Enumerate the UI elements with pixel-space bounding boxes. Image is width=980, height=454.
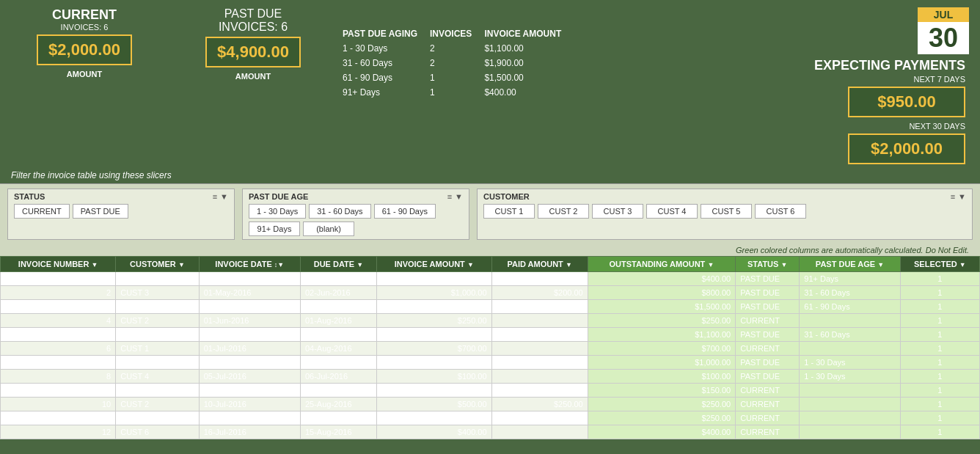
- customer-slicer-btn[interactable]: CUST 1: [483, 204, 535, 219]
- table-row: 9 CUST 5 07-Jul-2016 15-Aug-2016 $150.00…: [1, 383, 980, 397]
- current-invoices: INVOICES: 6: [18, 23, 150, 32]
- table-row: 11 CUST 5 15-Jul-2016 12-Aug-2016 $250.0…: [1, 411, 980, 425]
- outstanding-filter-icon[interactable]: ▼: [707, 261, 714, 268]
- past-due-age-filter-icon[interactable]: ▼: [877, 261, 884, 268]
- main-container: CURRENT INVOICES: 6 $2,000.00 AMOUNT PAS…: [0, 0, 980, 439]
- cell-past-due-age: [800, 397, 900, 411]
- status-slicer-btn[interactable]: CURRENT: [14, 204, 70, 219]
- aging-row: 1 - 30 Days 2 $1,100.00: [343, 42, 572, 55]
- cell-past-due-age: [800, 313, 900, 327]
- aging-table: PAST DUE AGING INVOICES INVOICE AMOUNT 1…: [341, 26, 574, 100]
- cell-customer: CUST 5: [116, 383, 199, 397]
- th-invoice-date[interactable]: INVOICE DATE ↕▼: [199, 256, 300, 271]
- past-due-title: PAST DUE: [187, 7, 319, 21]
- aging-section: PAST DUE AGING INVOICES INVOICE AMOUNT 1…: [326, 7, 749, 100]
- current-amount-label: AMOUNT: [18, 70, 150, 78]
- customer-slicer-btn[interactable]: CUST 2: [538, 204, 589, 219]
- customer-filter-icon[interactable]: ≡: [951, 192, 955, 201]
- cell-invoice-number: 4: [1, 313, 116, 327]
- table-row: 6 CUST 1 01-Jul-2016 04-Aug-2016 $700.00…: [1, 341, 980, 355]
- cell-past-due-age: [800, 411, 900, 425]
- cell-due-date: 05-Jun-2016: [300, 327, 376, 341]
- cell-due-date: 04-Aug-2016: [300, 341, 376, 355]
- slicers-row: STATUS ≡ ▼ CURRENTPAST DUE PAST DUE AGE …: [0, 183, 980, 244]
- status-slicer-header: STATUS ≡ ▼: [14, 192, 228, 201]
- cell-status: CURRENT: [736, 425, 800, 439]
- aging-invoices: 1: [430, 71, 483, 84]
- customer-slicer-title: CUSTOMER: [483, 192, 530, 201]
- cell-past-due-age: [800, 383, 900, 397]
- customer-clear-icon[interactable]: ▼: [958, 192, 966, 201]
- customer-slicer-btn[interactable]: CUST 4: [646, 204, 698, 219]
- next30-amount: $2,000.00: [858, 139, 955, 158]
- selected-filter-icon[interactable]: ▼: [959, 261, 966, 268]
- cell-due-date: 15-Aug-2016: [300, 425, 376, 439]
- age-slicer-btn[interactable]: 31 - 60 Days: [309, 204, 370, 219]
- age-slicer-btn[interactable]: 91+ Days: [249, 221, 300, 236]
- cell-outstanding: $250.00: [588, 411, 735, 425]
- customer-slicer-btn[interactable]: CUST 6: [755, 204, 806, 219]
- th-outstanding-amount[interactable]: OUTSTANDING AMOUNT ▼: [588, 256, 735, 271]
- cell-invoice-number: 12: [1, 425, 116, 439]
- cell-outstanding: $250.00: [588, 397, 735, 411]
- customer-col-filter-icon[interactable]: ▼: [178, 261, 185, 268]
- th-invoice-amount[interactable]: INVOICE AMOUNT ▼: [376, 256, 491, 271]
- table-row: 12 CUST 6 16-Jul-2016 15-Aug-2016 $400.0…: [1, 425, 980, 439]
- current-amount-box: $2,000.00: [37, 34, 132, 65]
- cell-customer: CUST 1: [116, 327, 199, 341]
- cell-invoice-date: 01-Jul-2016: [199, 355, 300, 369]
- cell-selected: 1: [900, 313, 979, 327]
- cell-outstanding: $1,100.00: [588, 327, 735, 341]
- cell-due-date: 15-Aug-2016: [300, 383, 376, 397]
- cell-outstanding: $800.00: [588, 285, 735, 299]
- cell-invoice-number: 10: [1, 397, 116, 411]
- cell-invoice-amount: $500.00: [376, 271, 491, 285]
- status-clear-icon[interactable]: ▼: [220, 192, 228, 201]
- status-slicer-icons: ≡ ▼: [213, 192, 228, 201]
- th-due-date[interactable]: DUE DATE ▼: [300, 256, 376, 271]
- invoice-number-filter-icon[interactable]: ▼: [91, 261, 98, 268]
- cell-past-due-age: 31 - 60 Days: [800, 327, 900, 341]
- cell-customer: CUST 2: [116, 313, 199, 327]
- cell-invoice-amount: $1,200.00: [376, 327, 491, 341]
- th-status[interactable]: STATUS ▼: [736, 256, 800, 271]
- cell-invoice-amount: $250.00: [376, 313, 491, 327]
- invoice-amount-filter-icon[interactable]: ▼: [467, 261, 474, 268]
- customer-slicer-btn[interactable]: CUST 5: [701, 204, 752, 219]
- cell-outstanding: $400.00: [588, 271, 735, 285]
- invoice-date-filter-icon[interactable]: ↕▼: [274, 261, 284, 268]
- due-date-filter-icon[interactable]: ▼: [356, 261, 363, 268]
- header-area: CURRENT INVOICES: 6 $2,000.00 AMOUNT PAS…: [0, 0, 980, 167]
- aging-amount: $1,100.00: [484, 42, 572, 55]
- cell-invoice-date: 05-Jul-2016: [199, 369, 300, 383]
- paid-amount-filter-icon[interactable]: ▼: [566, 261, 572, 268]
- cell-outstanding: $100.00: [588, 369, 735, 383]
- status-filter-col-icon[interactable]: ▼: [780, 261, 787, 268]
- th-invoice-number[interactable]: INVOICE NUMBER ▼: [1, 256, 116, 271]
- age-filter-icon[interactable]: ≡: [447, 192, 452, 201]
- next30-amount-box: $2,000.00: [848, 133, 965, 164]
- cell-invoice-date: 16-Jul-2016: [199, 425, 300, 439]
- age-slicer-btn[interactable]: 61 - 90 Days: [374, 204, 436, 219]
- status-filter-icon[interactable]: ≡: [213, 192, 217, 201]
- aging-col-invoices: INVOICES: [430, 27, 483, 40]
- cell-invoice-number: 3: [1, 299, 116, 313]
- customer-slicer-header: CUSTOMER ≡ ▼: [483, 192, 966, 201]
- cell-paid-amount: [491, 383, 588, 397]
- age-slicer-btn[interactable]: (blank): [303, 221, 354, 236]
- past-due-amount-label: AMOUNT: [187, 72, 319, 81]
- age-clear-icon[interactable]: ▼: [455, 192, 463, 201]
- th-paid-amount[interactable]: PAID AMOUNT ▼: [491, 256, 588, 271]
- age-slicer-btn[interactable]: 1 - 30 Days: [249, 204, 306, 219]
- customer-slicer-btn[interactable]: CUST 3: [592, 204, 643, 219]
- next7-label: NEXT 7 DAYS: [811, 75, 965, 84]
- table-row: 4 CUST 2 01-Jun-2016 01-Aug-2016 $250.00…: [1, 313, 980, 327]
- current-amount: $2,000.00: [47, 40, 122, 59]
- status-slicer-btn[interactable]: PAST DUE: [73, 204, 128, 219]
- th-customer[interactable]: CUSTOMER ▼: [116, 256, 199, 271]
- cell-due-date: 01-Aug-2016: [300, 313, 376, 327]
- cell-status: PAST DUE: [736, 355, 800, 369]
- th-past-due-age[interactable]: PAST DUE AGE ▼: [800, 256, 900, 271]
- cell-paid-amount: [491, 369, 588, 383]
- th-selected[interactable]: SELECTED ▼: [900, 256, 979, 271]
